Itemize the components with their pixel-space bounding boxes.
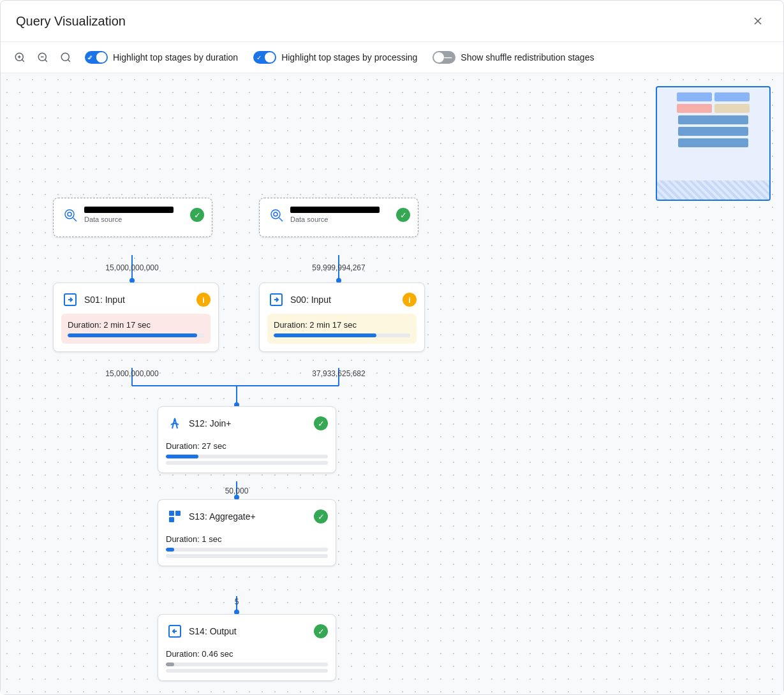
ds1-row-count: 15,000,000,000 [105,263,158,272]
s14-duration: Duration: 0.46 sec [166,649,328,659]
toggle-shuffle-switch[interactable]: — [433,51,455,64]
datasource-2-node[interactable]: Data source ✓ [259,198,418,237]
dialog-title: Query Visualization [16,14,126,29]
toggle-duration-switch[interactable]: ✓ [85,51,108,64]
s01-header: S01: Input i [61,291,211,309]
toggle-duration-label: Highlight top stages by duration [113,52,238,62]
zoom-out-button[interactable] [34,48,52,66]
zoom-reset-button[interactable] [57,48,75,66]
s14-icon [166,622,184,640]
s00-body: Duration: 2 min 17 sec [267,314,417,344]
dialog-header: Query Visualization [1,1,783,42]
datasource-1-title-bar [84,207,174,213]
s13-body: Duration: 1 sec [166,530,328,558]
s12-progress-bg [166,461,328,465]
s01-row-count: 15,000,000,000 [105,369,158,378]
datasource-2-status: ✓ [396,208,410,222]
minimap-block-pink [677,104,712,113]
s14-header: S14: Output ✓ [166,622,328,640]
svg-rect-37 [180,518,182,523]
s12-progress-bar [166,455,198,458]
s13-progress-bg [166,554,328,558]
datasource-1-header: Data source ✓ [61,206,204,224]
s14-progress-container [166,662,328,666]
s00-icon [267,291,285,309]
datasource-2-title-bar [290,207,380,213]
s13-icon [166,508,184,525]
s01-progress-bar [68,333,197,337]
datasource-2-icon [267,206,285,224]
svg-rect-33 [169,511,174,516]
s00-duration: Duration: 2 min 17 sec [274,320,410,330]
toggle-processing-switch[interactable]: ✓ [253,51,276,64]
minimap-row-2 [662,104,764,113]
minimap-block-out [678,138,748,147]
svg-rect-35 [169,517,174,522]
s12-progress-container [166,455,328,458]
svg-line-7 [45,59,47,61]
minimap-stripe [657,180,769,200]
minimap-row-3 [662,115,764,124]
minimap-row-5 [662,138,764,147]
s14-label: S14: Output [189,626,309,636]
s01-icon [61,291,79,309]
s13-header: S13: Aggregate+ ✓ [166,508,328,525]
minimap-block-agg [678,127,748,136]
svg-point-25 [65,210,74,219]
s00-status: i [403,293,417,307]
s12-header: S12: Join+ ✓ [166,414,328,432]
minimap [656,86,771,201]
s01-label: S01: Input [84,295,191,305]
datasource-1-node[interactable]: Data source ✓ [53,198,212,237]
minimap-block-beige [714,104,750,113]
toggle-shuffle: — Show shuffle redistribution stages [433,51,594,64]
s01-status: i [196,293,211,307]
toggle-processing: ✓ Highlight top stages by processing [253,51,417,64]
s12-icon [166,414,184,432]
minimap-block-join [678,115,748,124]
s00-progress-bar [274,333,376,337]
s01-body: Duration: 2 min 17 sec [61,314,211,344]
s14-progress-bg [166,669,328,673]
svg-rect-34 [175,511,181,516]
s00-progress-container [274,333,410,337]
s12-body: Duration: 27 sec [166,437,328,465]
svg-line-26 [73,218,77,222]
minimap-row-4 [662,127,764,136]
s00-node[interactable]: S00: Input i Duration: 2 min 17 sec [259,282,425,352]
svg-point-27 [68,212,71,216]
s01-progress-container [68,333,204,337]
s13-row-count: 5 [235,597,239,606]
s13-progress-container [166,548,328,552]
minimap-block-1 [677,92,712,101]
s12-status: ✓ [314,416,328,430]
toggle-duration: ✓ Highlight top stages by duration [85,51,238,64]
s01-duration: Duration: 2 min 17 sec [68,320,204,330]
ds2-row-count: 59,999,994,267 [312,263,365,272]
datasource-2-title-area: Data source [290,207,391,223]
toggle-group: ✓ Highlight top stages by duration ✓ Hig… [85,51,594,64]
s00-header: S00: Input i [267,291,417,309]
s13-node[interactable]: S13: Aggregate+ ✓ Duration: 1 sec [158,499,336,566]
s14-node[interactable]: S14: Output ✓ Duration: 0.46 sec [158,614,336,681]
s12-node[interactable]: S12: Join+ ✓ Duration: 27 sec [158,406,336,473]
datasource-1-icon [61,206,79,224]
svg-point-9 [61,53,69,61]
s14-body: Duration: 0.46 sec [166,645,328,673]
s01-node[interactable]: S01: Input i Duration: 2 min 17 sec [53,282,219,352]
s12-duration: Duration: 27 sec [166,441,328,451]
s13-status: ✓ [314,509,328,523]
s12-label: S12: Join+ [189,418,309,428]
s00-row-count: 37,933,625,682 [312,369,365,378]
svg-line-10 [68,59,70,61]
close-button[interactable] [748,11,768,31]
minimap-row-1 [662,92,764,101]
toolbar: ✓ Highlight top stages by duration ✓ Hig… [1,42,783,73]
svg-point-28 [271,210,280,219]
zoom-in-button[interactable] [11,48,29,66]
query-visualization-dialog: Query Visualization [0,0,784,695]
canvas-area: Data source ✓ 15,000,000,000 Data [1,73,783,694]
svg-point-30 [274,212,277,216]
s13-label: S13: Aggregate+ [189,511,309,522]
s13-progress-bar [166,548,174,552]
